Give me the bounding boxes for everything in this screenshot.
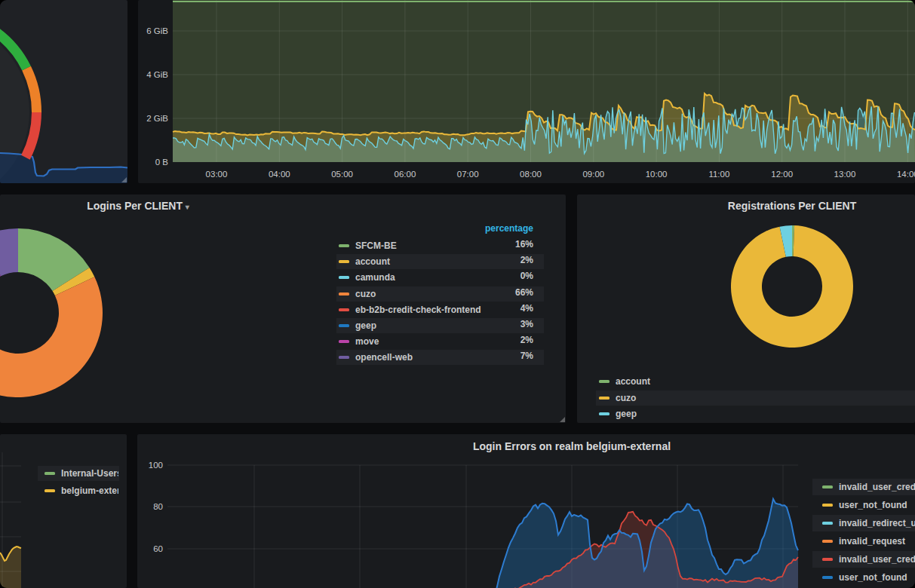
svg-text:80: 80 [153, 502, 163, 511]
svg-text:06:00: 06:00 [395, 170, 416, 179]
svg-text:10:00: 10:00 [646, 170, 668, 179]
svg-text:07:00: 07:00 [457, 170, 479, 179]
svg-text:09:00: 09:00 [582, 170, 604, 179]
svg-text:03:00: 03:00 [206, 170, 228, 179]
svg-text:14:00: 14:00 [897, 170, 915, 179]
svg-text:60: 60 [153, 544, 163, 553]
svg-text:4 GiB: 4 GiB [146, 70, 168, 79]
svg-text:6 GiB: 6 GiB [146, 26, 168, 35]
svg-text:13:00: 13:00 [834, 170, 856, 179]
svg-text:04:00: 04:00 [269, 170, 290, 179]
svg-text:12:00: 12:00 [771, 170, 793, 179]
svg-text:11:00: 11:00 [708, 170, 729, 179]
svg-text:100: 100 [149, 461, 163, 470]
svg-text:0 B: 0 B [155, 158, 169, 167]
svg-text:05:00: 05:00 [331, 170, 353, 179]
svg-text:08:00: 08:00 [520, 170, 542, 179]
svg-text:2 GiB: 2 GiB [146, 114, 168, 123]
